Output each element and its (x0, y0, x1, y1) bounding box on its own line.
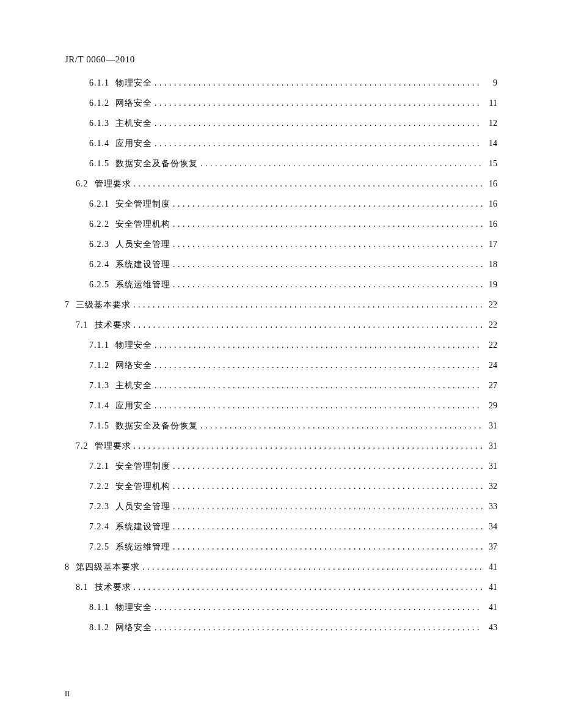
toc-entry-title: 系统建设管理 (115, 260, 170, 269)
toc-leader-dots (134, 583, 483, 592)
toc-entry: 7.1.3主机安全27 (89, 381, 497, 390)
toc-entry-number: 8 (65, 563, 70, 572)
toc-entry: 6.2.3人员安全管理17 (89, 240, 497, 249)
table-of-contents: 6.1.1物理安全96.1.2网络安全116.1.3主机安全126.1.4应用安… (65, 79, 497, 632)
toc-leader-dots (200, 160, 483, 168)
toc-entry: 6.2.2安全管理机构16 (89, 220, 497, 229)
toc-entry-page: 19 (485, 281, 497, 289)
toc-entry-number: 6.1.2 (89, 99, 109, 108)
toc-entry: 7.1.5数据安全及备份恢复31 (89, 422, 497, 430)
toc-entry: 6.2.5系统运维管理19 (89, 281, 497, 289)
toc-entry-page: 11 (485, 99, 497, 108)
toc-entry-number: 6.1.1 (89, 79, 109, 87)
toc-entry-number: 7.2.4 (89, 523, 109, 531)
toc-entry-page: 14 (485, 139, 497, 148)
toc-leader-dots (155, 381, 483, 390)
toc-leader-dots (134, 442, 483, 450)
toc-entry-title: 网络安全 (115, 99, 152, 108)
toc-leader-dots (155, 341, 483, 350)
toc-entry-page: 29 (485, 402, 497, 410)
toc-entry: 8第四级基本要求41 (65, 563, 497, 572)
toc-entry-title: 三级基本要求 (76, 301, 131, 309)
toc-leader-dots (173, 543, 483, 551)
toc-entry-number: 6.2.5 (89, 281, 109, 289)
toc-leader-dots (155, 79, 483, 87)
toc-leader-dots (134, 180, 483, 188)
toc-entry-number: 7.1 (76, 321, 89, 329)
toc-entry-page: 12 (485, 119, 497, 128)
toc-entry-title: 数据安全及备份恢复 (115, 160, 198, 168)
toc-entry-page: 37 (485, 543, 497, 551)
toc-entry-number: 6.2 (76, 180, 89, 188)
toc-entry-page: 31 (485, 462, 497, 471)
toc-entry-number: 6.1.5 (89, 160, 109, 168)
toc-entry-title: 人员安全管理 (115, 502, 170, 511)
toc-entry-title: 技术要求 (95, 583, 131, 592)
toc-entry-number: 7.1.2 (89, 361, 109, 370)
toc-entry-page: 41 (485, 583, 497, 592)
toc-leader-dots (173, 240, 483, 249)
toc-entry: 6.2.1安全管理制度16 (89, 200, 497, 208)
toc-entry-page: 27 (485, 381, 497, 390)
toc-entry-title: 应用安全 (115, 402, 152, 410)
toc-entry-number: 6.1.4 (89, 139, 109, 148)
toc-entry-number: 6.2.2 (89, 220, 109, 229)
toc-entry-title: 安全管理制度 (115, 200, 170, 208)
toc-entry: 7.2.2安全管理机构32 (89, 482, 497, 491)
toc-leader-dots (173, 482, 483, 491)
toc-leader-dots (155, 119, 483, 128)
toc-leader-dots (155, 139, 483, 148)
toc-entry: 7.1.4应用安全29 (89, 402, 497, 410)
toc-entry-page: 16 (485, 200, 497, 208)
toc-entry-title: 数据安全及备份恢复 (115, 422, 198, 430)
toc-entry-title: 网络安全 (115, 361, 152, 370)
toc-leader-dots (155, 361, 483, 370)
toc-entry: 6.1.1物理安全9 (89, 79, 497, 87)
toc-entry-page: 34 (485, 523, 497, 531)
toc-entry-page: 41 (485, 603, 497, 612)
toc-entry-title: 安全管理机构 (115, 482, 170, 491)
toc-leader-dots (173, 502, 483, 511)
toc-leader-dots (155, 603, 483, 612)
toc-entry-page: 43 (485, 623, 497, 632)
toc-entry-page: 16 (485, 180, 497, 188)
toc-entry-page: 22 (485, 321, 497, 329)
toc-entry-number: 7.2.2 (89, 482, 109, 491)
toc-entry-title: 技术要求 (95, 321, 131, 329)
toc-entry-page: 18 (485, 260, 497, 269)
toc-entry-number: 7.1.3 (89, 381, 109, 390)
toc-entry-page: 22 (485, 301, 497, 309)
toc-entry-title: 系统建设管理 (115, 523, 170, 531)
toc-entry-title: 物理安全 (115, 79, 152, 87)
toc-entry-title: 物理安全 (115, 603, 152, 612)
toc-entry: 6.1.4应用安全14 (89, 139, 497, 148)
toc-entry-number: 8.1.1 (89, 603, 109, 612)
toc-leader-dots (173, 220, 483, 229)
toc-entry-title: 应用安全 (115, 139, 152, 148)
toc-entry-number: 7.2.3 (89, 502, 109, 511)
toc-entry-page: 31 (485, 422, 497, 430)
toc-entry-page: 17 (485, 240, 497, 249)
toc-entry: 7.2.5系统运维管理37 (89, 543, 497, 551)
toc-entry: 6.1.3主机安全12 (89, 119, 497, 128)
toc-entry-number: 6.2.4 (89, 260, 109, 269)
document-header: JR/T 0060—2010 (65, 55, 497, 64)
toc-entry-title: 人员安全管理 (115, 240, 170, 249)
toc-entry: 8.1技术要求41 (76, 583, 497, 592)
toc-entry-number: 6.2.1 (89, 200, 109, 208)
toc-entry: 7.2.3人员安全管理33 (89, 502, 497, 511)
toc-entry: 7.1技术要求22 (76, 321, 497, 329)
toc-entry: 7.2.1安全管理制度31 (89, 462, 497, 471)
toc-entry-title: 网络安全 (115, 623, 152, 632)
toc-entry: 7.1.2网络安全24 (89, 361, 497, 370)
toc-leader-dots (173, 523, 483, 531)
toc-entry-number: 6.1.3 (89, 119, 109, 128)
toc-entry: 7.2管理要求31 (76, 442, 497, 450)
toc-entry-title: 系统运维管理 (115, 281, 170, 289)
toc-entry-page: 22 (485, 341, 497, 350)
toc-entry-title: 系统运维管理 (115, 543, 170, 551)
toc-leader-dots (173, 281, 483, 289)
toc-entry-number: 7.1.1 (89, 341, 109, 350)
toc-entry-page: 33 (485, 502, 497, 511)
toc-entry-title: 管理要求 (95, 442, 131, 450)
